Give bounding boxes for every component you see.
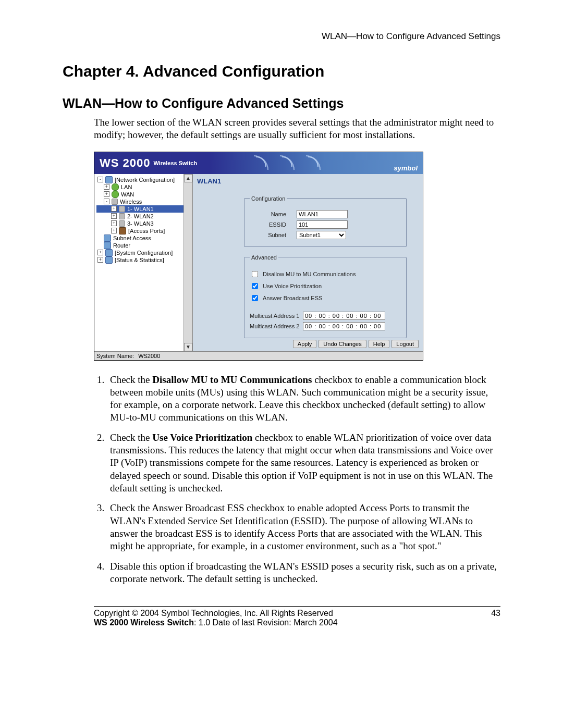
bold-term: Disallow MU to MU Communications: [152, 374, 312, 385]
name-label: Name: [250, 211, 286, 217]
tree-item-wlan3[interactable]: + 3- WLAN3: [96, 220, 191, 227]
essid-label: ESSID: [250, 221, 286, 228]
tree-item-subnet-access[interactable]: Subnet Access: [96, 235, 191, 242]
list-item: Check the Use Voice Prioritization check…: [107, 431, 500, 495]
expand-icon[interactable]: +: [111, 228, 117, 233]
expand-icon[interactable]: +: [104, 191, 109, 197]
collapse-icon[interactable]: -: [97, 177, 103, 182]
tree-label: 2- WLAN2: [127, 213, 154, 220]
page-footer: Copyright © 2004 Symbol Technologies, In…: [94, 609, 500, 627]
expand-icon[interactable]: +: [97, 257, 103, 263]
tree-item-wan[interactable]: + WAN: [96, 191, 191, 198]
tree-item-lan[interactable]: + LAN: [96, 183, 191, 191]
disallow-mu-checkbox[interactable]: [252, 271, 258, 277]
tree-root-system[interactable]: + [System Configuration]: [96, 249, 191, 256]
tree-label: [Status & Statistics]: [115, 256, 164, 264]
doc-title: WS 2000 Wireless Switch: [94, 618, 194, 627]
panel-title: WLAN1: [197, 177, 419, 185]
disallow-mu-label: Disallow MU to MU Communications: [263, 271, 356, 277]
expand-icon[interactable]: +: [111, 213, 117, 219]
tree-root-stats[interactable]: + [Status & Statistics]: [96, 256, 191, 264]
expand-icon[interactable]: +: [111, 220, 117, 226]
logout-button[interactable]: Logout: [391, 340, 419, 348]
tree-root-network[interactable]: - [Network Configuration]: [96, 176, 191, 183]
doc-revision: : 1.0 Date of last Revision: March 2004: [194, 618, 338, 627]
tree-item-wireless[interactable]: - Wireless: [96, 198, 191, 205]
undo-changes-button[interactable]: Undo Changes: [319, 340, 366, 348]
list-item: Disable this option if broadcasting the …: [107, 560, 500, 586]
wireless-icon: [112, 199, 118, 205]
product-name: WS 2000: [100, 156, 151, 170]
mcast2-input[interactable]: [303, 322, 385, 330]
numbered-instructions: Check the Disallow MU to MU Communicatio…: [107, 374, 500, 586]
main-panel: WLAN1 Configuration Name ESSID Subnet: [193, 174, 423, 351]
answer-ess-checkbox[interactable]: [252, 295, 258, 301]
section-title: WLAN—How to Configure Advanced Settings: [63, 96, 500, 111]
brand-logo: symbol: [394, 164, 418, 172]
voice-priority-checkbox[interactable]: [252, 283, 258, 289]
expand-icon[interactable]: +: [97, 250, 103, 255]
tree-item-router[interactable]: Router: [96, 242, 191, 249]
configuration-group: Configuration Name ESSID Subnet: [244, 195, 407, 247]
status-bar: System Name: WS2000: [94, 351, 423, 360]
status-value: WS2000: [138, 353, 160, 359]
wlan-icon: [119, 206, 125, 212]
apply-button[interactable]: Apply: [293, 340, 317, 348]
text: Check the: [110, 374, 152, 385]
expand-icon[interactable]: +: [104, 184, 109, 190]
lan-icon: [112, 183, 119, 191]
wlan-icon: [119, 220, 125, 227]
mcast1-input[interactable]: [303, 312, 385, 320]
tree-label: [System Configuration]: [115, 249, 173, 256]
footer-rule: [94, 606, 500, 607]
tree-item-wlan1[interactable]: + 1- WLAN1: [96, 205, 191, 213]
tree-label: [Access Ports]: [128, 227, 165, 235]
tree-label: [Network Configuration]: [115, 176, 175, 183]
subnet-select[interactable]: Subnet1: [297, 231, 346, 239]
app-screenshot: WS 2000 Wireless Switch symbol - [Networ…: [94, 152, 500, 361]
router-icon: [104, 242, 111, 249]
mcast2-label: Multicast Address 2: [250, 323, 300, 329]
expand-icon[interactable]: +: [111, 206, 117, 212]
status-label: System Name:: [96, 353, 134, 359]
tree-item-wlan2[interactable]: + 2- WLAN2: [96, 213, 191, 220]
tree-label: 3- WLAN3: [127, 220, 154, 227]
tree-label: LAN: [121, 183, 132, 191]
answer-ess-label: Answer Broadcast ESS: [263, 295, 322, 301]
tree-label: WAN: [121, 191, 134, 198]
configuration-legend: Configuration: [250, 195, 287, 202]
access-ports-icon: [119, 227, 126, 235]
list-item: Check the Answer Broadcast ESS checkbox …: [107, 502, 500, 552]
folder-icon: [105, 176, 113, 183]
subnet-icon: [104, 235, 111, 242]
app-banner: WS 2000 Wireless Switch symbol: [94, 152, 423, 174]
list-item: Check the Disallow MU to MU Communicatio…: [107, 374, 500, 424]
name-input[interactable]: [297, 210, 348, 218]
scroll-down-icon[interactable]: ▼: [184, 343, 192, 351]
essid-input[interactable]: [297, 220, 348, 229]
chapter-title: Chapter 4. Advanced Configuration: [63, 63, 500, 80]
tree-label: Wireless: [120, 198, 142, 205]
tree-label: Router: [113, 242, 130, 249]
product-subtitle: Wireless Switch: [154, 160, 198, 166]
folder-icon: [105, 249, 113, 256]
bold-term: Use Voice Prioritization: [152, 432, 252, 443]
wlan-icon: [119, 213, 125, 219]
scroll-up-icon[interactable]: ▲: [184, 174, 192, 182]
subnet-label: Subnet: [250, 232, 286, 238]
nav-tree[interactable]: - [Network Configuration] + LAN +: [94, 174, 193, 351]
page-number: 43: [491, 609, 500, 627]
advanced-legend: Advanced: [250, 254, 278, 261]
folder-icon: [105, 256, 113, 264]
running-head: WLAN—How to Configure Advanced Settings: [63, 31, 500, 42]
text: Disable this option if broadcasting the …: [110, 561, 497, 584]
mcast1-label: Multicast Address 1: [250, 313, 300, 319]
tree-scrollbar[interactable]: ▲ ▼: [183, 174, 192, 351]
text: Check the Answer Broadcast ESS checkbox …: [110, 502, 482, 551]
tree-label: 1- WLAN1: [127, 205, 154, 213]
tree-item-access-ports[interactable]: + [Access Ports]: [96, 227, 191, 235]
wan-icon: [112, 191, 119, 198]
action-button-bar: Apply Undo Changes Help Logout: [293, 340, 419, 348]
collapse-icon[interactable]: -: [104, 199, 109, 204]
help-button[interactable]: Help: [369, 340, 390, 348]
